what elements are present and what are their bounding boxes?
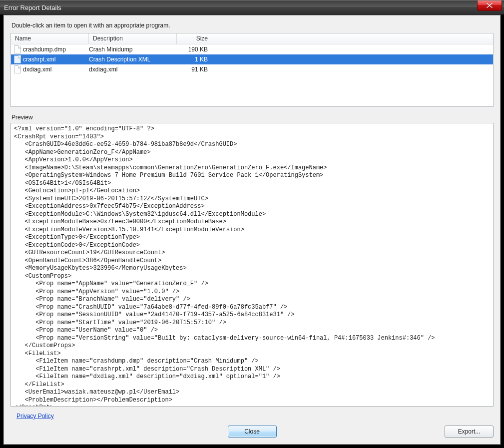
cell-size: 190 KB: [177, 46, 215, 53]
table-body: crashdump.dmpCrash Minidump190 KBcrashrp…: [11, 44, 493, 106]
window-title: Error Report Details: [4, 4, 61, 11]
column-header-name[interactable]: Name: [11, 33, 89, 44]
button-row: Close: [10, 426, 494, 438]
cell-description: Crash Minidump: [89, 46, 177, 53]
cell-name: dxdiag.xml: [14, 65, 89, 73]
privacy-policy-link[interactable]: Privacy Policy: [16, 413, 54, 420]
file-list[interactable]: Name Description Size crashdump.dmpCrash…: [10, 33, 494, 107]
file-icon: [14, 45, 21, 53]
table-row[interactable]: crashrpt.xmlCrash Description XML1 KB: [11, 54, 493, 64]
preview-pane[interactable]: <?xml version="1.0" encoding="UTF-8" ?> …: [10, 123, 494, 407]
footer: Privacy Policy Close Export...: [10, 413, 494, 438]
file-name: dxdiag.xml: [23, 66, 51, 73]
cell-description: dxdiag.xml: [89, 66, 177, 73]
close-window-button[interactable]: [477, 0, 502, 11]
cell-size: 91 KB: [177, 66, 215, 73]
cell-description: Crash Description XML: [89, 56, 177, 63]
preview-label: Preview: [11, 114, 494, 121]
cell-size: 1 KB: [177, 56, 215, 63]
export-button[interactable]: Export...: [445, 426, 494, 438]
table-row[interactable]: dxdiag.xmldxdiag.xml91 KB: [11, 64, 493, 74]
close-button[interactable]: Close: [228, 426, 277, 438]
titlebar[interactable]: Error Report Details: [0, 0, 504, 14]
file-icon: [14, 55, 21, 63]
cell-name: crashdump.dmp: [14, 45, 89, 53]
column-header-size[interactable]: Size: [177, 33, 215, 44]
file-name: crashdump.dmp: [23, 46, 66, 53]
window-frame: Error Report Details Double-click an ite…: [0, 0, 504, 448]
table-row[interactable]: crashdump.dmpCrash Minidump190 KB: [11, 44, 493, 54]
instruction-text: Double-click an item to open it with an …: [11, 22, 494, 29]
file-name: crashrpt.xml: [23, 56, 55, 63]
file-icon: [14, 65, 21, 73]
close-icon: [486, 2, 493, 8]
client-area: Double-click an item to open it with an …: [3, 14, 501, 445]
column-header-description[interactable]: Description: [89, 33, 177, 44]
table-header: Name Description Size: [11, 33, 493, 44]
cell-name: crashrpt.xml: [14, 55, 89, 63]
